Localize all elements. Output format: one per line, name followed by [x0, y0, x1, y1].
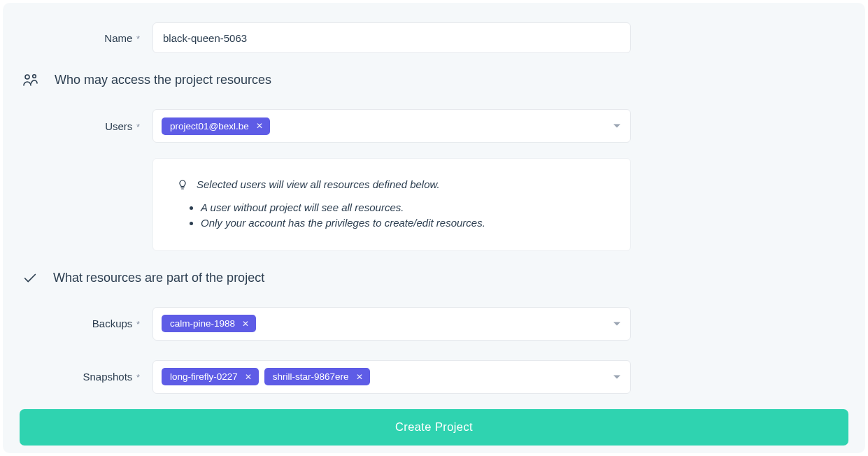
lightbulb-icon	[177, 179, 188, 190]
chevron-down-icon[interactable]	[613, 124, 620, 128]
chevron-down-icon[interactable]	[613, 322, 620, 325]
people-icon	[22, 71, 39, 88]
required-asterisk: *	[134, 319, 140, 329]
chevron-down-icon[interactable]	[613, 375, 620, 378]
chip-remove-icon[interactable]: ✕	[256, 122, 263, 130]
required-asterisk: *	[134, 122, 140, 132]
name-label-text: Name	[104, 32, 132, 44]
snapshots-label-text: Snapshots	[83, 371, 132, 383]
name-input[interactable]	[152, 22, 631, 53]
info-bullet-list: A user without project will see all reso…	[177, 200, 606, 231]
section-resources-header: What resources are part of the project	[22, 271, 848, 286]
users-label: Users *	[20, 120, 152, 132]
project-form-card: Name * Who may access the project resour…	[3, 3, 865, 453]
snapshot-chip: long-firefly-0227 ✕	[162, 368, 259, 385]
user-chip: project01@bexl.be ✕	[162, 117, 270, 135]
name-row: Name *	[20, 22, 848, 53]
chip-remove-icon[interactable]: ✕	[356, 373, 363, 381]
snapshots-select[interactable]: long-firefly-0227 ✕ shrill-star-9867ere …	[152, 360, 631, 394]
backup-chip: calm-pine-1988 ✕	[162, 315, 256, 332]
snapshots-label: Snapshots *	[20, 371, 152, 383]
backups-label: Backups *	[20, 318, 152, 329]
info-bullet: Only your account has the privileges to …	[201, 215, 606, 231]
svg-point-0	[25, 75, 29, 79]
users-label-text: Users	[105, 120, 132, 132]
section-access-header: Who may access the project resources	[22, 71, 848, 88]
users-row: Users * project01@bexl.be ✕	[20, 109, 848, 143]
info-bullet: A user without project will see all reso…	[201, 200, 606, 215]
name-label: Name *	[20, 32, 152, 44]
backups-label-text: Backups	[92, 318, 133, 329]
chip-label: project01@bexl.be	[170, 121, 249, 131]
svg-point-1	[33, 75, 36, 78]
section-resources-title: What resources are part of the project	[53, 271, 264, 285]
check-icon	[22, 271, 38, 286]
chip-remove-icon[interactable]: ✕	[245, 373, 252, 381]
info-heading-text: Selected users will view all resources d…	[197, 178, 440, 190]
chip-label: shrill-star-9867ere	[273, 371, 349, 382]
backups-row: Backups * calm-pine-1988 ✕	[20, 307, 848, 341]
snapshot-chip: shrill-star-9867ere ✕	[264, 368, 370, 385]
chip-label: long-firefly-0227	[170, 371, 238, 382]
backups-select[interactable]: calm-pine-1988 ✕	[152, 307, 631, 341]
users-select[interactable]: project01@bexl.be ✕	[152, 109, 631, 143]
required-asterisk: *	[134, 34, 140, 44]
chip-label: calm-pine-1988	[170, 318, 235, 329]
info-heading-row: Selected users will view all resources d…	[177, 178, 606, 190]
section-access-title: Who may access the project resources	[55, 73, 271, 87]
users-info-box: Selected users will view all resources d…	[152, 158, 631, 251]
snapshots-row: Snapshots * long-firefly-0227 ✕ shrill-s…	[20, 360, 848, 394]
chip-remove-icon[interactable]: ✕	[242, 320, 249, 328]
create-project-button[interactable]: Create Project	[20, 409, 848, 446]
required-asterisk: *	[134, 372, 140, 383]
